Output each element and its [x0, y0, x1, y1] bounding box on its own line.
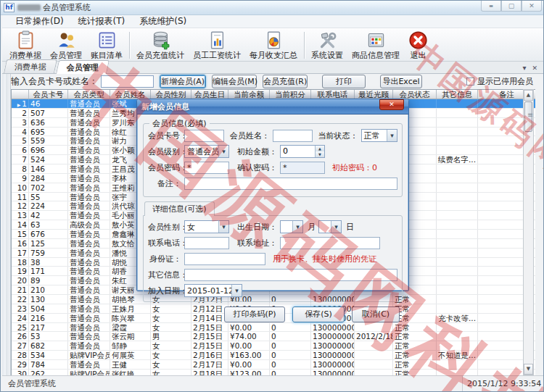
table-cell: 普通会员	[68, 128, 110, 136]
birth-month-select[interactable]	[280, 220, 303, 233]
toolbar-button[interactable]: 消费单据	[5, 30, 46, 61]
table-cell	[437, 183, 478, 192]
spin-up-icon[interactable]: ▲	[316, 146, 324, 151]
toolbar-button[interactable]: 员工工资统计	[189, 30, 245, 61]
optional-info-tab[interactable]: 详细信息(可选)	[144, 201, 215, 216]
table-cell	[437, 304, 478, 313]
filter-button[interactable]: 会员充值(R)	[263, 75, 308, 88]
column-header[interactable]: 会员姓名	[110, 90, 151, 99]
table-cell: 13000000000	[311, 332, 355, 341]
dropdown-icon[interactable]	[522, 59, 526, 73]
table-cell	[437, 193, 478, 201]
table-cell: 0	[270, 341, 311, 350]
filter-button[interactable]: 导出Excel	[380, 75, 422, 88]
scroll-thumb[interactable]	[524, 101, 532, 132]
column-header[interactable]: 联系电话	[311, 90, 355, 99]
left-panel-splitter[interactable]	[2, 74, 11, 375]
table-row[interactable]: 28534贴牌VIP会员何展英女2月16日¥163.00013000000000…	[12, 351, 535, 360]
toolbar-button[interactable]: 账目清单	[86, 30, 127, 61]
address-input[interactable]	[280, 237, 380, 249]
column-header[interactable]: 最近光顾	[355, 90, 393, 99]
table-cell	[437, 128, 478, 136]
contact-phone-input[interactable]	[184, 237, 229, 249]
maximize-icon[interactable]	[501, 1, 522, 12]
status-select[interactable]: 正常	[361, 129, 397, 142]
print-barcode-button[interactable]: 打印条码(P)	[224, 306, 285, 322]
column-header[interactable]: 当前积分	[270, 90, 311, 99]
menu-item[interactable]: 日常操作(D)	[8, 14, 71, 28]
search-input[interactable]	[101, 75, 154, 88]
table-row[interactable]: 30262贴牌VIP会员张红艳女2月18日¥123.00013000000000…	[12, 370, 535, 375]
caption-buttons	[481, 1, 542, 12]
level-select[interactable]: 普通会员	[184, 145, 229, 158]
filter-button[interactable]: 编辑会员(M)	[212, 75, 257, 88]
filter-button[interactable]: 打印	[322, 75, 366, 88]
show-disabled-checkbox[interactable]: 显示已停用会员	[466, 76, 533, 87]
tab-active[interactable]: 会员管理	[56, 60, 110, 74]
toolbar-button[interactable]: 退出	[404, 30, 432, 61]
column-header[interactable]: 会员生日	[191, 90, 228, 99]
dialog-close-icon[interactable]	[379, 99, 404, 110]
table-cell: 5	[12, 136, 29, 145]
table-cell: 贴牌VIP会员	[68, 351, 110, 359]
table-cell: 13000000000	[311, 341, 355, 350]
menu-item[interactable]: 统计报表(T)	[71, 14, 133, 28]
table-cell	[437, 99, 478, 108]
table-cell: 1	[12, 99, 29, 108]
table-cell	[437, 370, 478, 375]
spin-down-icon[interactable]: ▼	[316, 151, 324, 157]
column-header[interactable]: 其它信息	[437, 90, 478, 99]
checkbox-icon[interactable]	[466, 78, 474, 86]
close-tab-icon[interactable]	[532, 59, 537, 73]
gender-select[interactable]: 女	[184, 220, 229, 233]
save-button[interactable]: 保存(S)	[292, 306, 345, 322]
id-card-input[interactable]	[184, 253, 265, 265]
dialog-title-bar: 新增会员信息	[137, 99, 408, 114]
toolbar-button[interactable]: 会员充值统计	[132, 30, 189, 61]
table-row[interactable]: 27682普通会员邹静女2月15日¥0.00013000000000正常	[12, 341, 535, 351]
column-header[interactable]: 会员卡号	[29, 90, 68, 99]
toolbar-button-label: 每月收支汇总	[250, 50, 297, 61]
minimize-icon[interactable]	[481, 1, 501, 12]
table-cell: 充卡改等...	[437, 314, 478, 322]
vertical-scrollbar[interactable]: ▲ ▼	[523, 89, 534, 375]
settings-icon	[318, 30, 337, 50]
toolbar-button[interactable]: 系统设置	[307, 30, 347, 61]
table-cell: 146	[29, 164, 68, 173]
scroll-up-icon[interactable]: ▲	[524, 90, 533, 101]
birth-day-select[interactable]	[318, 220, 342, 233]
column-header[interactable]: 当前余额	[228, 90, 270, 99]
column-header[interactable]: 会员类型	[68, 90, 110, 99]
toolbar-button[interactable]: 每月收支汇总	[245, 30, 302, 61]
scroll-down-icon[interactable]: ▼	[524, 364, 533, 375]
tab-inactive[interactable]: 消费单据	[4, 59, 57, 73]
table-cell: 0	[270, 360, 311, 369]
table-cell: 9	[12, 174, 29, 183]
card-no-input[interactable]	[184, 130, 224, 142]
column-header[interactable]: 会员性别	[151, 90, 191, 99]
cancel-button[interactable]: 取消(C)	[352, 306, 400, 322]
table-row[interactable]: 2653普通会员张云期男2月15日¥74.000130000000002012/…	[12, 332, 535, 341]
table-cell: 正常	[393, 341, 437, 350]
join-date-select[interactable]: 2015-01-12	[184, 284, 242, 297]
password-input[interactable]: *	[184, 162, 229, 174]
confirm-password-input[interactable]: *	[280, 162, 325, 174]
init-amount-stepper[interactable]: 0 ▲▼	[280, 145, 325, 158]
table-cell	[437, 360, 478, 369]
column-header[interactable]: 会员状态	[393, 90, 437, 99]
menu-item[interactable]: 系统维护(S)	[132, 14, 194, 28]
member-name-input[interactable]	[273, 130, 313, 142]
other-info-label: 其它信息：	[148, 270, 181, 280]
toolbar-button[interactable]: 会员管理	[46, 30, 86, 61]
toolbar-button[interactable]: 商品信息管理	[347, 30, 404, 61]
table-cell: 0	[270, 351, 311, 359]
other-info-input[interactable]	[184, 269, 397, 281]
close-icon[interactable]	[522, 1, 542, 12]
table-cell: 26	[12, 332, 29, 341]
table-cell: 普通会员	[68, 201, 110, 210]
filter-button[interactable]: 新增会员(A)	[160, 75, 206, 88]
remark-input[interactable]	[184, 178, 397, 190]
table-row[interactable]: 29784普通会员王健女2月17日¥0.00013000000000正常	[12, 360, 535, 370]
table-cell: 759	[29, 249, 68, 257]
table-cell: 女	[151, 370, 191, 375]
